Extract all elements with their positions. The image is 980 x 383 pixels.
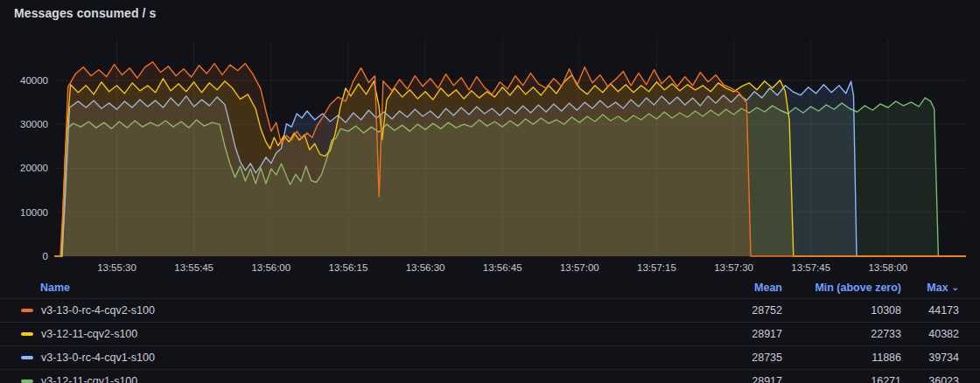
series-color-swatch[interactable] bbox=[21, 309, 33, 312]
legend-header-max[interactable]: Max⌄ bbox=[901, 282, 959, 294]
legend-header-max-label[interactable]: Max bbox=[927, 282, 948, 294]
legend-header-name-label[interactable]: Name bbox=[40, 282, 70, 294]
series-name-label[interactable]: v3-12-11-cqv2-s100 bbox=[41, 328, 137, 340]
x-axis-tick-label: 13:57:00 bbox=[560, 262, 599, 273]
chart-area[interactable]: 01000020000300004000013:55:3013:55:4513:… bbox=[0, 0, 980, 276]
y-axis-tick-label: 40000 bbox=[20, 75, 48, 86]
legend-cell-mean: 28917 bbox=[686, 328, 782, 340]
legend-header-name[interactable]: Name bbox=[21, 282, 686, 294]
legend-row: v3-12-11-cqv2-s100289172273340382 bbox=[0, 323, 980, 346]
legend-header-row: Name Mean Min (above zero) Max⌄ bbox=[0, 276, 980, 299]
chart-canvas[interactable]: 01000020000300004000013:55:3013:55:4513:… bbox=[0, 0, 980, 276]
series-color-swatch[interactable] bbox=[21, 356, 33, 359]
legend-cell-max: 40382 bbox=[901, 328, 959, 340]
legend-row: v3-13-0-rc-4-cqv2-s100287521030844173 bbox=[0, 299, 980, 323]
series-color-swatch[interactable] bbox=[21, 332, 33, 336]
y-axis-tick-label: 30000 bbox=[20, 119, 48, 129]
series-color-swatch[interactable] bbox=[21, 380, 33, 383]
y-axis-tick-label: 0 bbox=[43, 251, 48, 261]
y-axis-tick-label: 10000 bbox=[20, 207, 48, 218]
x-axis-tick-label: 13:58:00 bbox=[868, 262, 907, 273]
x-axis-tick-label: 13:56:15 bbox=[329, 262, 368, 273]
legend-cell-min: 22733 bbox=[782, 328, 901, 340]
legend-cell-name[interactable]: v3-13-0-rc-4-cqv1-s100 bbox=[21, 352, 686, 364]
x-axis-tick-label: 13:55:30 bbox=[97, 262, 136, 273]
series-name-label[interactable]: v3-13-0-rc-4-cqv1-s100 bbox=[41, 352, 155, 364]
legend-cell-max: 39734 bbox=[901, 352, 959, 364]
x-axis-tick-label: 13:56:30 bbox=[406, 262, 445, 273]
legend-cell-mean: 28917 bbox=[686, 375, 782, 383]
legend-cell-name[interactable]: v3-12-11-cqv1-s100 bbox=[21, 375, 686, 383]
x-axis-tick-label: 13:57:45 bbox=[791, 262, 830, 273]
y-axis-tick-label: 20000 bbox=[20, 163, 48, 173]
legend-cell-max: 36023 bbox=[901, 375, 959, 383]
legend-row: v3-12-11-cqv1-s100289171627136023 bbox=[0, 370, 980, 383]
legend-cell-min: 16271 bbox=[782, 375, 901, 383]
legend-cell-mean: 28752 bbox=[686, 304, 782, 317]
legend-cell-name[interactable]: v3-12-11-cqv2-s100 bbox=[21, 328, 686, 340]
legend-cell-min: 10308 bbox=[782, 304, 901, 317]
legend-cell-name[interactable]: v3-13-0-rc-4-cqv2-s100 bbox=[21, 304, 686, 317]
legend-table: Name Mean Min (above zero) Max⌄ v3-13-0-… bbox=[0, 276, 980, 383]
series-name-label[interactable]: v3-13-0-rc-4-cqv2-s100 bbox=[41, 304, 155, 317]
x-axis-tick-label: 13:56:00 bbox=[251, 262, 290, 273]
legend-cell-mean: 28735 bbox=[686, 352, 782, 364]
x-axis-tick-label: 13:57:30 bbox=[714, 262, 753, 273]
sort-desc-icon[interactable]: ⌄ bbox=[952, 282, 959, 292]
legend-row: v3-13-0-rc-4-cqv1-s100287351188639734 bbox=[0, 346, 980, 370]
x-axis-tick-label: 13:56:45 bbox=[483, 262, 522, 273]
x-axis-tick-label: 13:55:45 bbox=[174, 262, 214, 273]
x-axis-tick-label: 13:57:15 bbox=[637, 262, 676, 273]
legend-header-mean[interactable]: Mean bbox=[686, 282, 782, 294]
legend-rows: v3-13-0-rc-4-cqv2-s100287521030844173v3-… bbox=[0, 299, 980, 383]
legend-cell-min: 11886 bbox=[782, 352, 901, 364]
legend-header-min[interactable]: Min (above zero) bbox=[782, 282, 901, 294]
legend-cell-max: 44173 bbox=[901, 304, 959, 317]
series-name-label[interactable]: v3-12-11-cqv1-s100 bbox=[41, 375, 137, 383]
